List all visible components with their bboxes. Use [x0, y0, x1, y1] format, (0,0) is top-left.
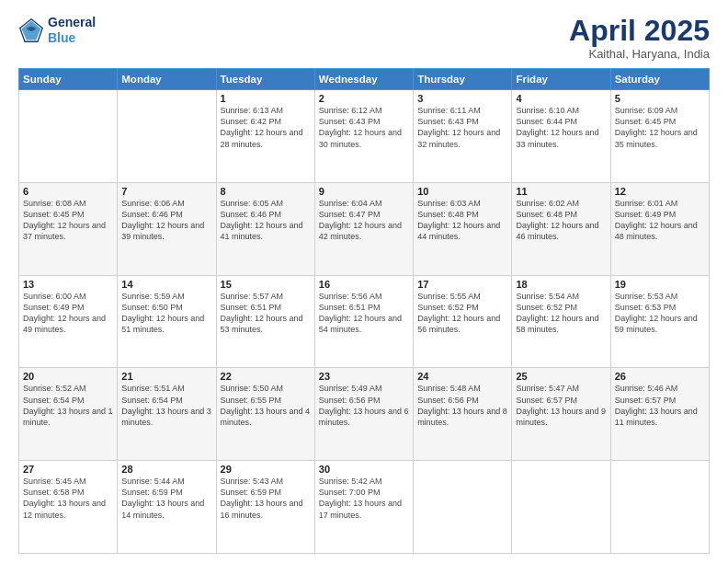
day-number: 10	[417, 186, 507, 197]
calendar-cell: 8Sunrise: 6:05 AMSunset: 6:46 PMDaylight…	[216, 182, 314, 275]
logo-icon	[18, 17, 44, 43]
weekday-header-monday: Monday	[118, 69, 216, 90]
day-number: 27	[23, 464, 113, 475]
day-number: 7	[121, 186, 211, 197]
day-number: 19	[615, 279, 705, 290]
cell-info: Sunrise: 5:43 AMSunset: 6:59 PMDaylight:…	[221, 477, 303, 519]
calendar-cell: 24Sunrise: 5:48 AMSunset: 6:56 PMDayligh…	[414, 368, 512, 461]
weekday-header-row: SundayMondayTuesdayWednesdayThursdayFrid…	[19, 69, 710, 90]
cell-info: Sunrise: 6:06 AMSunset: 6:46 PMDaylight:…	[121, 199, 204, 241]
calendar-cell	[414, 461, 512, 554]
calendar-cell: 1Sunrise: 6:13 AMSunset: 6:42 PMDaylight…	[216, 90, 314, 183]
cell-info: Sunrise: 5:56 AMSunset: 6:51 PMDaylight:…	[319, 292, 402, 334]
calendar-cell: 23Sunrise: 5:49 AMSunset: 6:56 PMDayligh…	[314, 368, 413, 461]
day-number: 11	[516, 186, 606, 197]
calendar-cell: 15Sunrise: 5:57 AMSunset: 6:51 PMDayligh…	[216, 275, 314, 368]
cell-info: Sunrise: 6:09 AMSunset: 6:45 PMDaylight:…	[615, 106, 698, 148]
day-number: 3	[417, 93, 507, 104]
calendar-cell: 22Sunrise: 5:50 AMSunset: 6:55 PMDayligh…	[216, 368, 314, 461]
weekday-header-wednesday: Wednesday	[314, 69, 413, 90]
calendar-cell	[118, 90, 216, 183]
day-number: 30	[319, 464, 409, 475]
cell-info: Sunrise: 6:12 AMSunset: 6:43 PMDaylight:…	[319, 106, 402, 148]
calendar-cell: 26Sunrise: 5:46 AMSunset: 6:57 PMDayligh…	[610, 368, 709, 461]
cell-info: Sunrise: 6:10 AMSunset: 6:44 PMDaylight:…	[516, 106, 598, 148]
cell-info: Sunrise: 5:57 AMSunset: 6:51 PMDaylight:…	[221, 292, 303, 334]
weekday-header-tuesday: Tuesday	[216, 69, 314, 90]
calendar-cell: 11Sunrise: 6:02 AMSunset: 6:48 PMDayligh…	[512, 182, 610, 275]
calendar-cell: 29Sunrise: 5:43 AMSunset: 6:59 PMDayligh…	[216, 461, 314, 554]
calendar-cell: 7Sunrise: 6:06 AMSunset: 6:46 PMDaylight…	[118, 182, 216, 275]
cell-info: Sunrise: 5:45 AMSunset: 6:58 PMDaylight:…	[23, 477, 106, 519]
calendar-cell: 18Sunrise: 5:54 AMSunset: 6:52 PMDayligh…	[512, 275, 610, 368]
day-number: 23	[319, 371, 409, 382]
cell-info: Sunrise: 5:44 AMSunset: 6:59 PMDaylight:…	[121, 477, 204, 519]
logo: General Blue	[18, 15, 96, 46]
location-subtitle: Kaithal, Haryana, India	[569, 47, 710, 61]
day-number: 25	[516, 371, 606, 382]
cell-info: Sunrise: 6:08 AMSunset: 6:45 PMDaylight:…	[23, 199, 106, 241]
calendar-cell: 21Sunrise: 5:51 AMSunset: 6:54 PMDayligh…	[118, 368, 216, 461]
week-row-2: 6Sunrise: 6:08 AMSunset: 6:45 PMDaylight…	[19, 182, 710, 275]
calendar-cell: 5Sunrise: 6:09 AMSunset: 6:45 PMDaylight…	[610, 90, 709, 183]
cell-info: Sunrise: 6:04 AMSunset: 6:47 PMDaylight:…	[319, 199, 402, 241]
calendar-cell: 4Sunrise: 6:10 AMSunset: 6:44 PMDaylight…	[512, 90, 610, 183]
day-number: 20	[23, 371, 113, 382]
cell-info: Sunrise: 5:53 AMSunset: 6:53 PMDaylight:…	[615, 292, 698, 334]
calendar-cell: 28Sunrise: 5:44 AMSunset: 6:59 PMDayligh…	[118, 461, 216, 554]
cell-info: Sunrise: 6:03 AMSunset: 6:48 PMDaylight:…	[417, 199, 500, 241]
page: General Blue April 2025 Kaithal, Haryana…	[0, 0, 728, 563]
day-number: 2	[319, 93, 409, 104]
cell-info: Sunrise: 6:01 AMSunset: 6:49 PMDaylight:…	[615, 199, 698, 241]
day-number: 9	[319, 186, 409, 197]
calendar-cell	[512, 461, 610, 554]
day-number: 5	[615, 93, 705, 104]
cell-info: Sunrise: 5:59 AMSunset: 6:50 PMDaylight:…	[121, 292, 204, 334]
calendar-cell	[19, 90, 118, 183]
day-number: 29	[221, 464, 311, 475]
day-number: 17	[417, 279, 507, 290]
calendar-cell: 2Sunrise: 6:12 AMSunset: 6:43 PMDaylight…	[314, 90, 413, 183]
cell-info: Sunrise: 5:51 AMSunset: 6:54 PMDaylight:…	[121, 384, 211, 426]
calendar-cell: 30Sunrise: 5:42 AMSunset: 7:00 PMDayligh…	[314, 461, 413, 554]
calendar-cell: 3Sunrise: 6:11 AMSunset: 6:43 PMDaylight…	[414, 90, 512, 183]
day-number: 15	[221, 279, 311, 290]
calendar-cell	[610, 461, 709, 554]
week-row-4: 20Sunrise: 5:52 AMSunset: 6:54 PMDayligh…	[19, 368, 710, 461]
day-number: 13	[23, 279, 113, 290]
calendar-cell: 6Sunrise: 6:08 AMSunset: 6:45 PMDaylight…	[19, 182, 118, 275]
logo-text: General Blue	[48, 15, 96, 46]
day-number: 26	[615, 371, 705, 382]
week-row-5: 27Sunrise: 5:45 AMSunset: 6:58 PMDayligh…	[19, 461, 710, 554]
cell-info: Sunrise: 5:50 AMSunset: 6:55 PMDaylight:…	[221, 384, 311, 426]
day-number: 21	[121, 371, 211, 382]
calendar-cell: 10Sunrise: 6:03 AMSunset: 6:48 PMDayligh…	[414, 182, 512, 275]
cell-info: Sunrise: 6:13 AMSunset: 6:42 PMDaylight:…	[221, 106, 303, 148]
week-row-3: 13Sunrise: 6:00 AMSunset: 6:49 PMDayligh…	[19, 275, 710, 368]
cell-info: Sunrise: 5:52 AMSunset: 6:54 PMDaylight:…	[23, 384, 113, 426]
day-number: 28	[121, 464, 211, 475]
cell-info: Sunrise: 5:49 AMSunset: 6:56 PMDaylight:…	[319, 384, 409, 426]
month-title: April 2025	[569, 15, 710, 47]
day-number: 18	[516, 279, 606, 290]
day-number: 4	[516, 93, 606, 104]
title-block: April 2025 Kaithal, Haryana, India	[569, 15, 710, 61]
cell-info: Sunrise: 5:48 AMSunset: 6:56 PMDaylight:…	[417, 384, 507, 426]
day-number: 1	[221, 93, 311, 104]
day-number: 12	[615, 186, 705, 197]
calendar-cell: 20Sunrise: 5:52 AMSunset: 6:54 PMDayligh…	[19, 368, 118, 461]
cell-info: Sunrise: 5:46 AMSunset: 6:57 PMDaylight:…	[615, 384, 698, 426]
cell-info: Sunrise: 5:47 AMSunset: 6:57 PMDaylight:…	[516, 384, 606, 426]
calendar-cell: 14Sunrise: 5:59 AMSunset: 6:50 PMDayligh…	[118, 275, 216, 368]
week-row-1: 1Sunrise: 6:13 AMSunset: 6:42 PMDaylight…	[19, 90, 710, 183]
header: General Blue April 2025 Kaithal, Haryana…	[18, 15, 710, 61]
cell-info: Sunrise: 5:54 AMSunset: 6:52 PMDaylight:…	[516, 292, 598, 334]
cell-info: Sunrise: 6:00 AMSunset: 6:49 PMDaylight:…	[23, 292, 106, 334]
calendar-cell: 27Sunrise: 5:45 AMSunset: 6:58 PMDayligh…	[19, 461, 118, 554]
weekday-header-friday: Friday	[512, 69, 610, 90]
cell-info: Sunrise: 6:05 AMSunset: 6:46 PMDaylight:…	[221, 199, 303, 241]
calendar-table: SundayMondayTuesdayWednesdayThursdayFrid…	[18, 68, 710, 554]
day-number: 22	[221, 371, 311, 382]
calendar-cell: 9Sunrise: 6:04 AMSunset: 6:47 PMDaylight…	[314, 182, 413, 275]
cell-info: Sunrise: 6:02 AMSunset: 6:48 PMDaylight:…	[516, 199, 598, 241]
